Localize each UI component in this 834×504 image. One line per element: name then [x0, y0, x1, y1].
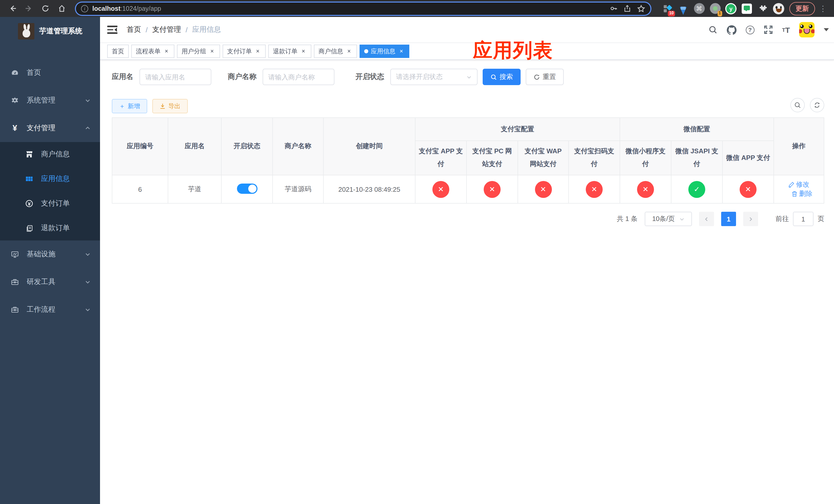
sidebar-item-app-info[interactable]: 应用信息	[0, 167, 100, 191]
sidebar-item-label: 工作流程	[27, 305, 85, 314]
page-number-current[interactable]: 1	[721, 212, 736, 226]
tab-process-form[interactable]: 流程表单✕	[131, 45, 174, 58]
tags-view: 首页 流程表单✕ 用户分组✕ 支付订单✕ 退款订单✕ 商户信息✕ 应用信息✕	[100, 43, 834, 60]
screen: i localhost:1024/pay/app 10 ⌘	[0, 0, 834, 504]
tab-refund-order[interactable]: 退款订单✕	[268, 45, 311, 58]
page-title-overlay: 应用列表	[473, 38, 553, 64]
active-dot	[364, 49, 368, 53]
app-name-input[interactable]	[139, 69, 211, 85]
wx-jsapi-status-icon	[688, 181, 705, 198]
tab-home[interactable]: 首页	[107, 45, 129, 58]
export-button[interactable]: 导出	[152, 99, 188, 113]
edit-button[interactable]: 修改	[788, 180, 809, 189]
alipay-pc-status-icon	[484, 181, 501, 198]
extension-chat-icon[interactable]	[741, 3, 752, 14]
search-icon[interactable]	[708, 25, 717, 35]
reset-button[interactable]: 重置	[526, 69, 564, 85]
trash-icon	[791, 191, 797, 197]
table-toolbar: ＋ 新增 导出	[112, 99, 824, 113]
extension-command-icon[interactable]: ⌘	[694, 3, 705, 14]
sidebar-item-workflow[interactable]: 工作流程	[0, 296, 100, 323]
back-icon[interactable]	[6, 2, 19, 15]
sidebar-item-pay-order[interactable]: 支付订单	[0, 191, 100, 216]
url-bar[interactable]: i localhost:1024/pay/app	[76, 2, 650, 15]
extension-recorder-icon[interactable]: 1	[709, 3, 721, 14]
password-key-icon[interactable]	[610, 5, 618, 12]
extension-strip: 10 ⌘ 1 y	[662, 3, 784, 14]
close-icon[interactable]: ✕	[346, 48, 352, 54]
close-icon[interactable]: ✕	[209, 48, 215, 54]
extension-gem-icon[interactable]	[678, 3, 689, 14]
logo-image	[18, 23, 34, 40]
shop-icon	[25, 150, 34, 158]
page-suffix-label: 页	[818, 214, 824, 224]
sidebar-item-payment[interactable]: ¥ 支付管理	[0, 114, 100, 142]
app-logo[interactable]: 芋道管理系统	[0, 17, 100, 46]
browser-menu-icon[interactable]: ⋮	[819, 4, 827, 13]
cell-app-id: 6	[112, 175, 168, 203]
cell-created-time: 2021-10-23 08:49:25	[323, 175, 415, 203]
tab-pay-order[interactable]: 支付订单✕	[223, 45, 266, 58]
share-icon[interactable]	[624, 5, 631, 12]
col-header-name: 应用名	[168, 118, 221, 175]
prev-page-button[interactable]	[699, 212, 714, 226]
extension-grid-icon[interactable]: 10	[662, 3, 673, 14]
add-button[interactable]: ＋ 新增	[112, 99, 147, 113]
close-icon[interactable]: ✕	[398, 48, 405, 54]
search-button[interactable]: 搜索	[483, 69, 521, 85]
sidebar-item-home[interactable]: 首页	[0, 59, 100, 87]
tab-merchant-info[interactable]: 商户信息✕	[314, 45, 357, 58]
forward-icon[interactable]	[22, 2, 36, 15]
profile-avatar-icon[interactable]	[773, 3, 784, 14]
sidebar-collapse-icon[interactable]	[107, 26, 117, 34]
fullscreen-icon[interactable]	[764, 25, 773, 35]
dashboard-icon	[10, 69, 20, 77]
merchant-name-input[interactable]	[263, 69, 334, 85]
pagination: 共 1 条 10条/页 1 前往 页	[112, 212, 824, 226]
next-page-button[interactable]	[743, 212, 758, 226]
close-icon[interactable]: ✕	[163, 48, 170, 54]
font-size-icon[interactable]: TT	[782, 25, 790, 34]
goto-page-input[interactable]	[793, 212, 813, 226]
status-toggle[interactable]	[237, 183, 257, 193]
sidebar-item-label: 支付订单	[41, 199, 70, 208]
sidebar-item-dev-tools[interactable]: 研发工具	[0, 268, 100, 296]
col-header-alipay-pc: 支付宝 PC 网站支付	[466, 141, 518, 175]
breadcrumb-payment[interactable]: 支付管理	[152, 25, 181, 35]
status-select[interactable]: 请选择开启状态	[390, 69, 478, 85]
breadcrumb: 首页 / 支付管理 / 应用信息	[127, 25, 221, 35]
sidebar-item-system[interactable]: 系统管理	[0, 87, 100, 114]
search-icon	[490, 74, 497, 80]
chevron-down-icon	[85, 251, 91, 257]
chrome-update-button[interactable]: 更新	[789, 2, 815, 15]
page-content: 应用名 商户名称 开启状态 请选择开启状态 搜索	[100, 60, 834, 504]
tab-app-info[interactable]: 应用信息✕	[359, 45, 409, 58]
chevron-right-icon	[748, 216, 753, 222]
close-icon[interactable]: ✕	[255, 48, 261, 54]
delete-button[interactable]: 删除	[791, 189, 812, 199]
chevron-left-icon	[704, 216, 709, 222]
help-icon[interactable]: ?	[746, 25, 754, 34]
reload-icon[interactable]	[39, 2, 52, 15]
page-size-select[interactable]: 10条/页	[645, 212, 692, 226]
bookmark-star-icon[interactable]	[637, 4, 645, 13]
sidebar-item-infrastructure[interactable]: 基础设施	[0, 240, 100, 268]
sidebar-item-refund-order[interactable]: 退款订单	[0, 216, 100, 240]
show-search-button[interactable]	[790, 98, 805, 112]
document-copy-icon	[25, 224, 34, 232]
sidebar-item-merchant-info[interactable]: 商户信息	[0, 142, 100, 167]
tab-user-group[interactable]: 用户分组✕	[177, 45, 220, 58]
github-icon[interactable]	[727, 25, 736, 35]
site-info-icon[interactable]: i	[81, 5, 88, 12]
extensions-puzzle-icon[interactable]	[757, 3, 768, 14]
close-icon[interactable]: ✕	[300, 48, 307, 54]
user-avatar[interactable]	[799, 22, 814, 38]
yen-icon: ¥	[10, 123, 20, 133]
payment-submenu: 商户信息 应用信息 支付订单	[0, 142, 100, 240]
extension-y-icon[interactable]: y	[725, 3, 737, 14]
refresh-table-button[interactable]	[810, 98, 824, 112]
avatar-caret-icon[interactable]	[824, 28, 829, 34]
breadcrumb-home[interactable]: 首页	[127, 25, 141, 35]
sidebar-item-label: 支付管理	[27, 123, 85, 133]
home-icon[interactable]	[55, 2, 68, 15]
